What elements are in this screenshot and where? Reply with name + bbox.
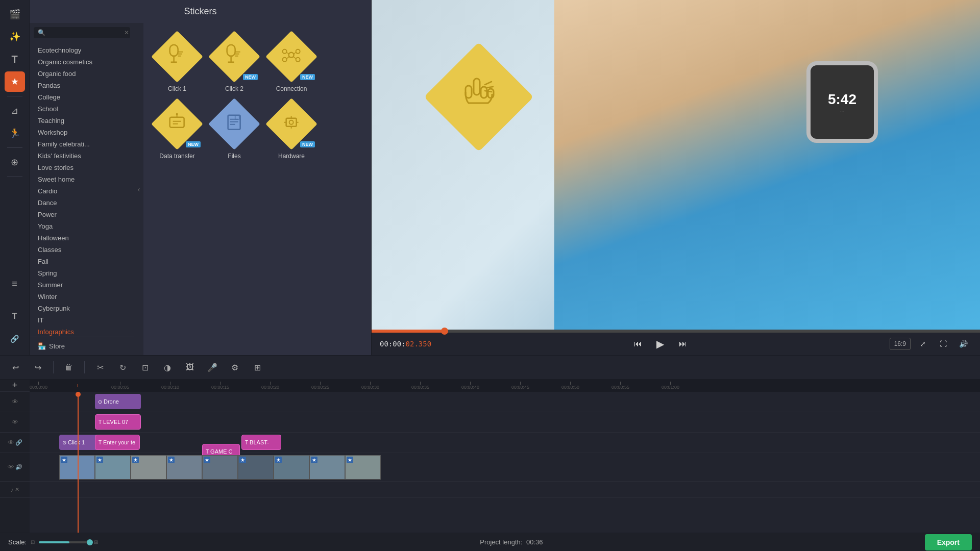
audio-tool-btn[interactable]: ≡ (5, 273, 25, 294)
redo-btn[interactable]: ↪ (29, 358, 47, 377)
lock-icon-sticker2[interactable]: 🔗 (15, 439, 22, 446)
stickers-tool-btn[interactable]: ★ (5, 71, 25, 92)
video-thumb-9[interactable]: ★ (345, 455, 381, 480)
cat-school[interactable]: School (30, 103, 134, 115)
loop-btn[interactable]: ↻ (113, 358, 132, 377)
scale-knob[interactable] (87, 539, 93, 545)
store-button[interactable]: 🏪 Store (30, 337, 134, 355)
cat-organic-cosmetics[interactable]: Organic cosmetics (30, 56, 134, 68)
cat-winter[interactable]: Winter (30, 291, 134, 303)
image-btn[interactable]: 🖼 (181, 358, 199, 377)
text-tool-btn[interactable]: T (5, 306, 25, 327)
cat-halloween[interactable]: Halloween (30, 232, 134, 244)
delete-btn[interactable]: 🗑 (60, 358, 78, 377)
clip-blast[interactable]: T BLAST- (241, 435, 281, 450)
clear-icon[interactable]: ✕ (124, 29, 129, 36)
cat-it[interactable]: IT (30, 314, 134, 326)
timeline-ruler: 00:00:00 00:00:05 00:00:10 00:00:15 00:0… (30, 380, 980, 392)
settings-btn[interactable]: ⚙ (226, 358, 244, 377)
cat-yoga[interactable]: Yoga (30, 220, 134, 232)
cat-spring[interactable]: Spring (30, 267, 134, 279)
svg-rect-6 (227, 45, 235, 56)
timeline-add-btn[interactable]: + (12, 380, 18, 391)
cat-pandas[interactable]: Pandas (30, 80, 134, 91)
titles-tool-btn[interactable]: T (5, 49, 25, 69)
sticker-click2[interactable]: NEW Click 2 (209, 31, 260, 92)
cat-kids[interactable]: Kids' festivities (30, 150, 134, 162)
video-thumb-5[interactable]: ★ (202, 455, 238, 480)
motion-tool-btn[interactable]: 🏃 (5, 123, 25, 143)
scale-slider[interactable] (39, 541, 90, 543)
transitions-tool-btn[interactable]: ⊿ (5, 101, 25, 121)
link-tool-btn[interactable]: 🔗 (5, 329, 25, 349)
cat-ecotechnology[interactable]: Ecotechnology (30, 44, 134, 56)
cat-classes[interactable]: Classes (30, 244, 134, 256)
star-icon-5: ★ (204, 457, 210, 463)
progress-bar[interactable] (372, 330, 980, 333)
eye-icon-video[interactable]: 👁 (8, 463, 14, 471)
cat-fall[interactable]: Fall (30, 256, 134, 267)
video-thumb-3[interactable]: ★ (131, 455, 166, 480)
media-tool-btn[interactable]: 🎬 (5, 4, 25, 24)
adjustments-btn[interactable]: ⊞ (248, 358, 266, 377)
clip-click1[interactable]: ⊙ Click 1 (59, 435, 99, 450)
video-thumb-4[interactable]: ★ (166, 455, 202, 480)
skip-end-btn[interactable]: ⏭ (675, 336, 691, 352)
mute-icon[interactable]: ✕ (15, 486, 19, 493)
sticker-connection[interactable]: NEW Connection (266, 31, 317, 92)
mic-btn[interactable]: 🎤 (203, 358, 222, 377)
sticker-hardware[interactable]: NEW Hardware (266, 98, 317, 160)
collapse-arrow[interactable]: ‹ (134, 23, 143, 355)
undo-btn[interactable]: ↩ (6, 358, 24, 377)
sticker-files[interactable]: Files (209, 98, 260, 160)
cat-home[interactable]: Sweet home (30, 173, 134, 185)
crop-btn[interactable]: ⊡ (136, 358, 154, 377)
sticker-click1[interactable]: Click 1 (152, 31, 203, 92)
skip-start-btn[interactable]: ⏮ (630, 336, 646, 352)
cat-power[interactable]: Power (30, 209, 134, 220)
cat-family[interactable]: Family celebrati... (30, 138, 134, 150)
eye-icon-sticker[interactable]: 👁 (12, 398, 18, 406)
fullscreen-toggle-btn[interactable]: ⤢ (915, 336, 931, 352)
color-btn[interactable]: ◑ (158, 358, 177, 377)
export-button[interactable]: Export (925, 534, 972, 550)
effects-tool-btn[interactable]: ✨ (5, 27, 25, 47)
sticker-click2-label: Click 2 (225, 85, 243, 92)
clip-click1-icon: ⊙ (62, 440, 66, 445)
aspect-controls: 16:9 ⤢ ⛶ 🔊 (890, 336, 972, 352)
progress-knob[interactable] (441, 328, 448, 335)
cat-organic-food[interactable]: Organic food (30, 68, 134, 80)
clip-blast-icon: T (245, 440, 248, 445)
cut-btn[interactable]: ✂ (91, 358, 109, 377)
clip-drone[interactable]: ⊙ Drone (95, 394, 141, 409)
video-thumb-6[interactable]: ★ (238, 455, 274, 480)
eye-icon-sticker2[interactable]: 👁 (8, 439, 14, 446)
cat-college[interactable]: College (30, 91, 134, 103)
aspect-ratio-btn[interactable]: 16:9 (890, 338, 911, 350)
clip-level07[interactable]: T LEVEL 07 (95, 414, 141, 430)
cat-dance[interactable]: Dance (30, 197, 134, 209)
video-thumb-7[interactable]: ★ (274, 455, 309, 480)
cat-infographics[interactable]: Infographics (30, 326, 134, 337)
sticker-data-transfer[interactable]: NEW Data transfer (152, 98, 203, 160)
cat-workshop[interactable]: Workshop (30, 127, 134, 138)
cat-cardio[interactable]: Cardio (30, 185, 134, 197)
expand-btn[interactable]: ⛶ (935, 336, 951, 352)
project-length: Project length: 00:36 (480, 538, 543, 546)
svg-line-20 (293, 57, 296, 59)
cat-summer[interactable]: Summer (30, 279, 134, 291)
cat-love[interactable]: Love stories (30, 162, 134, 173)
cat-cyberpunk[interactable]: Cyberpunk (30, 303, 134, 314)
overlay-tool-btn[interactable]: ⊕ (5, 152, 25, 172)
cat-teaching[interactable]: Teaching (30, 115, 134, 127)
video-thumb-2[interactable]: ★ (95, 455, 131, 480)
search-input[interactable] (47, 29, 124, 36)
video-thumb-8[interactable]: ★ (309, 455, 345, 480)
eye-icon-text1[interactable]: 👁 (12, 418, 18, 426)
play-pause-btn[interactable]: ▶ (652, 336, 669, 352)
volume-btn[interactable]: 🔊 (955, 336, 972, 352)
store-icon: 🏪 (38, 342, 46, 350)
ruler-15: 00:00:15 (211, 382, 229, 390)
video-thumb-1[interactable]: ★ (59, 455, 95, 480)
clip-enter-text[interactable]: T Enter your te (95, 435, 140, 450)
